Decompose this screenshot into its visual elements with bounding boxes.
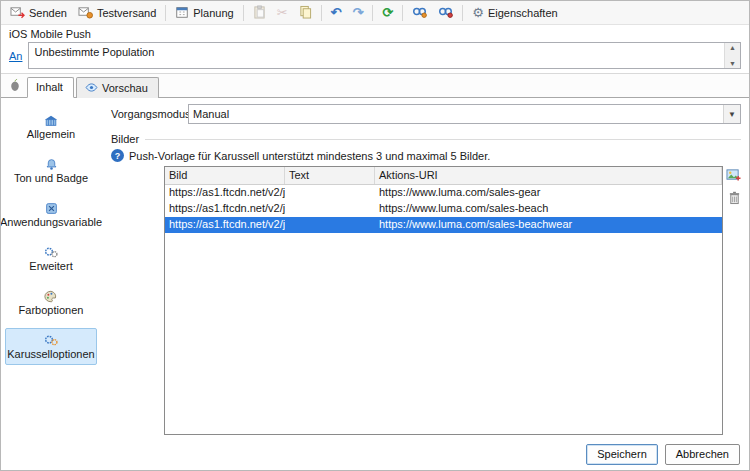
apple-icon [9, 78, 21, 94]
column-header-text[interactable]: Text [285, 167, 375, 184]
carousel-gears-icon [44, 333, 59, 347]
toolbar-separator [243, 5, 244, 21]
sidebar-item-label: Farboptionen [19, 305, 84, 316]
sidebar-item-label: Erweitert [29, 261, 72, 272]
trash-icon [728, 193, 741, 208]
send-label: Senden [29, 7, 67, 19]
cell-action-uri: https://www.luma.com/sales-gear [375, 185, 722, 201]
tab-content[interactable]: Inhalt [27, 77, 74, 98]
test-send-button[interactable]: Testversand [73, 2, 161, 23]
mode-select[interactable]: Manual ▼ [188, 104, 741, 124]
mode-value: Manual [193, 108, 229, 120]
bell-icon [45, 157, 58, 171]
images-table-zone: Bild Text Aktions-URI https://as1.ftcdn.… [164, 166, 741, 435]
send-icon [10, 5, 25, 21]
variable-icon [45, 201, 58, 215]
table-header-row: Bild Text Aktions-URI [165, 167, 722, 185]
refresh-button[interactable]: ⟳ [377, 2, 398, 23]
sidebar-item-label: Ton und Badge [14, 173, 88, 184]
building-icon [44, 113, 58, 127]
save-button[interactable]: Speichern [586, 444, 658, 465]
images-group-label: Bilder [111, 133, 139, 145]
sidebar-item-allgemein[interactable]: Allgemein [5, 108, 97, 145]
add-image-button[interactable] [726, 168, 741, 182]
properties-button[interactable]: ⚙ Eigenschaften [467, 2, 562, 23]
sidebar-item-label: Allgemein [27, 129, 75, 140]
info-row: ? Push-Vorlage für Karussell unterstützt… [111, 149, 741, 162]
column-header-bild[interactable]: Bild [165, 167, 285, 184]
mode-label: Vorgangsmodus: [111, 108, 188, 120]
channel-title: iOS Mobile Push [1, 25, 749, 41]
recipient-field[interactable]: Unbestimmte Population ▲ ▼ [28, 42, 741, 69]
cell-text [285, 217, 375, 233]
sidebar-item-erweitert[interactable]: Erweitert [5, 240, 97, 277]
images-group: Bilder [111, 133, 741, 145]
cell-text [285, 201, 375, 217]
tab-preview[interactable]: Vorschau [76, 77, 159, 98]
toolbar-separator [321, 5, 322, 21]
paste-button[interactable] [248, 2, 271, 23]
mode-row: Vorgangsmodus: Manual ▼ [111, 104, 741, 124]
sidebar-item-anwendungsvariable[interactable]: Anwendungsvariable [5, 196, 97, 233]
properties-label: Eigenschaften [488, 7, 558, 19]
scroll-up-icon[interactable]: ▲ [725, 43, 740, 52]
sidebar-item-farboptionen[interactable]: Farboptionen [5, 284, 97, 321]
undo-button[interactable]: ↶ [326, 2, 347, 23]
schedule-label: Planung [193, 7, 233, 19]
test-send-label: Testversand [97, 7, 156, 19]
toolbar-separator [402, 5, 403, 21]
cell-text [285, 185, 375, 201]
link-gear-button-1[interactable] [407, 2, 432, 23]
help-icon: ? [111, 149, 124, 162]
redo-icon: ↷ [352, 6, 363, 19]
send-button[interactable]: Senden [5, 2, 72, 23]
eye-icon [85, 82, 98, 94]
group-divider [145, 139, 741, 140]
cancel-button[interactable]: Abbrechen [665, 444, 740, 465]
recipient-scrollbar[interactable]: ▲ ▼ [724, 43, 740, 68]
cell-image-url: https://as1.ftcdn.net/v2/jj [165, 217, 285, 233]
images-table[interactable]: Bild Text Aktions-URI https://as1.ftcdn.… [164, 166, 723, 435]
tab-content-label: Inhalt [36, 81, 63, 93]
table-row[interactable]: https://as1.ftcdn.net/v2/jj https://www.… [165, 201, 722, 217]
recipient-value: Unbestimmte Population [34, 46, 154, 58]
scroll-down-icon[interactable]: ▼ [725, 59, 740, 68]
cut-icon: ✂ [277, 6, 288, 19]
toolbar-separator [165, 5, 166, 21]
body: Allgemein Ton und Badge Anwendungsvariab… [1, 98, 749, 443]
gear-icon: ⚙ [472, 6, 484, 19]
toolbar-separator [372, 5, 373, 21]
footer: Speichern Abbrechen [1, 443, 749, 470]
tab-bar: Inhalt Vorschau [1, 74, 749, 98]
table-row[interactable]: https://as1.ftcdn.net/v2/jj https://www.… [165, 185, 722, 201]
chevron-down-icon[interactable]: ▼ [723, 105, 740, 123]
link-gear-icon [438, 5, 453, 20]
column-header-aktions-uri[interactable]: Aktions-URI [375, 167, 722, 184]
main-panel: Vorgangsmodus: Manual ▼ Bilder ? Push-Vo… [101, 98, 749, 443]
toolbar-separator [462, 5, 463, 21]
table-row-selected[interactable]: https://as1.ftcdn.net/v2/jj https://www.… [165, 217, 722, 233]
delete-image-button[interactable] [728, 191, 741, 205]
sidebar-item-karusselloptionen[interactable]: Karusselloptionen [5, 328, 97, 365]
gears-icon [44, 245, 59, 259]
settings-sidebar: Allgemein Ton und Badge Anwendungsvariab… [1, 98, 101, 443]
copy-button[interactable] [294, 2, 317, 23]
undo-icon: ↶ [331, 6, 342, 19]
schedule-button[interactable]: Planung [170, 2, 238, 23]
recipient-row: An Unbestimmte Population ▲ ▼ [1, 41, 749, 69]
sidebar-item-label: Karusselloptionen [7, 349, 94, 360]
cell-image-url: https://as1.ftcdn.net/v2/jj [165, 185, 285, 201]
calendar-icon [175, 5, 189, 21]
redo-button[interactable]: ↷ [347, 2, 368, 23]
sidebar-item-ton-und-badge[interactable]: Ton und Badge [5, 152, 97, 189]
info-text: Push-Vorlage für Karussell unterstützt m… [129, 150, 490, 162]
link-gear-button-2[interactable] [433, 2, 458, 23]
paste-icon [253, 5, 266, 21]
delete-button[interactable]: ✂ [272, 2, 293, 23]
to-link[interactable]: An [9, 50, 22, 62]
tab-preview-label: Vorschau [102, 82, 148, 94]
link-gear-icon [412, 5, 427, 20]
refresh-icon: ⟳ [382, 6, 393, 19]
sidebar-item-label: Anwendungsvariable [0, 217, 102, 228]
cell-action-uri: https://www.luma.com/sales-beach [375, 201, 722, 217]
